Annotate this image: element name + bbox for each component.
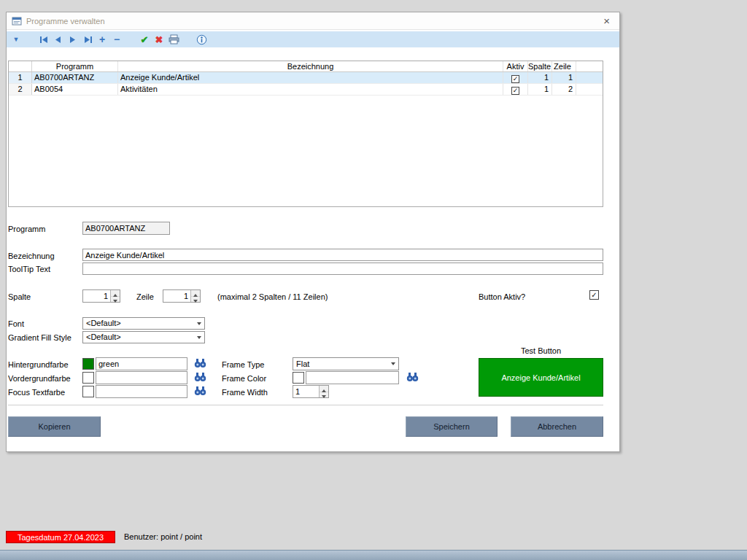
hintergrund-color-input[interactable] — [96, 357, 187, 370]
accept-icon[interactable]: ✔ — [139, 33, 150, 46]
bezeichnung-input[interactable] — [82, 249, 603, 261]
cell-spalte: 1 — [528, 72, 552, 83]
focus-search-icon[interactable] — [194, 386, 206, 396]
kopieren-button-label: Kopieren — [38, 422, 70, 431]
row-number: 1 — [9, 72, 32, 83]
cell-spalte: 1 — [528, 84, 552, 95]
hintergrund-color-swatch[interactable] — [82, 358, 94, 370]
zeile-spinner[interactable]: 1 — [163, 289, 201, 303]
cell-zeile: 1 — [552, 72, 576, 83]
window-icon — [12, 16, 22, 26]
max-hint-label: (maximal 2 Spalten / 11 Zeilen) — [217, 292, 328, 302]
info-icon[interactable] — [196, 33, 207, 46]
button-aktiv-checkbox[interactable]: ✓ — [589, 290, 599, 300]
header-rownum — [9, 61, 32, 71]
programm-input[interactable] — [82, 222, 170, 235]
tagesdatum-text: Tagesdatum 27.04.2023 — [18, 533, 104, 542]
table-row[interactable]: 2 AB0054 Aktivitäten ✓ 1 2 — [9, 84, 603, 96]
header-zeile[interactable]: Zeile — [552, 61, 576, 71]
kopieren-button[interactable]: Kopieren — [8, 416, 101, 437]
font-combobox[interactable]: <Default> — [82, 317, 205, 330]
header-bezeichnung[interactable]: Bezeichnung — [118, 61, 503, 71]
button-aktiv-label: Button Aktiv? — [479, 292, 525, 302]
font-value: <Default> — [83, 318, 193, 329]
frame-color-search-icon[interactable] — [406, 372, 419, 382]
cell-bezeichnung: Anzeige Kunde/Artikel — [118, 72, 503, 83]
bezeichnung-label: Bezeichnung — [8, 251, 55, 261]
chevron-down-icon[interactable] — [193, 332, 204, 343]
divider — [8, 405, 603, 405]
gradient-fill-style-label: Gradient Fill Style — [8, 332, 71, 343]
spinner-up-icon[interactable] — [191, 290, 200, 297]
spinner-up-icon[interactable] — [111, 290, 120, 297]
frame-color-label: Frame Color — [222, 373, 266, 384]
previous-record-icon[interactable] — [53, 33, 64, 46]
aktiv-checkbox[interactable]: ✓ — [511, 87, 519, 95]
header-aktiv[interactable]: Aktiv — [503, 61, 528, 71]
abbrechen-button-label: Abbrechen — [538, 422, 576, 431]
dropdown-icon[interactable]: ▼ — [10, 33, 22, 46]
cell-bezeichnung: Aktivitäten — [118, 84, 503, 95]
first-record-icon[interactable] — [38, 33, 50, 46]
spinner-down-icon[interactable] — [191, 297, 200, 303]
chevron-down-icon[interactable] — [387, 358, 398, 370]
focus-textfarbe-label: Focus Textfarbe — [8, 387, 65, 397]
header-spalte[interactable]: Spalte — [528, 61, 552, 71]
test-button-text: Anzeige Kunde/Artikel — [501, 373, 580, 382]
table-row[interactable]: 1 AB0700ARTANZ Anzeige Kunde/Artikel ✓ 1… — [9, 72, 603, 84]
vordergrundfarbe-label: Vordergrundfarbe — [8, 373, 71, 384]
header-filler — [576, 61, 603, 71]
delete-record-icon[interactable]: − — [111, 33, 123, 46]
speichern-button-label: Speichern — [433, 422, 470, 431]
cell-aktiv: ✓ — [503, 72, 528, 83]
check-icon: ✓ — [591, 292, 597, 299]
cell-filler — [576, 72, 603, 83]
titlebar: Programme verwalten × — [7, 12, 619, 30]
tooltip-input[interactable] — [82, 262, 603, 275]
aktiv-checkbox[interactable]: ✓ — [511, 75, 519, 83]
zeile-label: Zeile — [136, 292, 154, 302]
last-record-icon[interactable] — [82, 33, 93, 46]
vordergrund-color-swatch[interactable] — [82, 372, 94, 384]
print-icon[interactable] — [168, 33, 179, 46]
vordergrund-search-icon[interactable] — [194, 372, 206, 382]
frame-color-swatch[interactable] — [293, 372, 304, 384]
vordergrund-color-input[interactable] — [96, 371, 187, 384]
spinner-down-icon[interactable] — [320, 392, 328, 398]
font-label: Font — [8, 319, 24, 329]
frame-type-combobox[interactable]: Flat — [293, 357, 399, 370]
focus-color-input[interactable] — [96, 385, 187, 398]
cell-programm: AB0054 — [32, 84, 118, 95]
test-button[interactable]: Anzeige Kunde/Artikel — [479, 358, 603, 397]
frame-width-value: 1 — [293, 386, 319, 397]
row-number: 2 — [9, 84, 32, 95]
hintergrund-search-icon[interactable] — [194, 358, 206, 368]
programme-verwalten-window: Programme verwalten × ▼ + − ✔ ✖ Programm — [6, 12, 620, 452]
close-button[interactable]: × — [601, 15, 612, 27]
frame-type-value: Flat — [293, 359, 387, 370]
spalte-spinner[interactable]: 1 — [82, 289, 120, 303]
gradient-value: <Default> — [83, 332, 193, 343]
header-programm[interactable]: Programm — [32, 61, 118, 71]
tagesdatum-badge: Tagesdatum 27.04.2023 — [6, 531, 115, 543]
spinner-up-icon[interactable] — [320, 386, 328, 392]
abbrechen-button[interactable]: Abbrechen — [511, 416, 603, 437]
next-record-icon[interactable] — [67, 33, 79, 46]
benutzer-text: Benutzer: point / point — [124, 532, 202, 541]
frame-width-spinner[interactable]: 1 — [293, 385, 329, 398]
toolbar: ▼ + − ✔ ✖ — [7, 31, 619, 47]
focus-color-swatch[interactable] — [82, 386, 94, 397]
table-header-row: Programm Bezeichnung Aktiv Spalte Zeile — [9, 61, 603, 72]
hintergrundfarbe-label: Hintergrundfarbe — [8, 359, 69, 370]
frame-color-input[interactable] — [306, 371, 399, 384]
cancel-icon[interactable]: ✖ — [153, 33, 165, 46]
gradient-fill-style-combobox[interactable]: <Default> — [82, 331, 205, 343]
spinner-down-icon[interactable] — [111, 297, 120, 303]
programs-table: Programm Bezeichnung Aktiv Spalte Zeile … — [8, 61, 603, 207]
desktop-background: Programme verwalten × ▼ + − ✔ ✖ Programm — [0, 0, 747, 560]
chevron-down-icon[interactable] — [193, 318, 204, 329]
spalte-label: Spalte — [8, 292, 31, 302]
test-button-caption: Test Button — [479, 346, 603, 356]
add-record-icon[interactable]: + — [96, 33, 108, 46]
speichern-button[interactable]: Speichern — [406, 416, 498, 437]
